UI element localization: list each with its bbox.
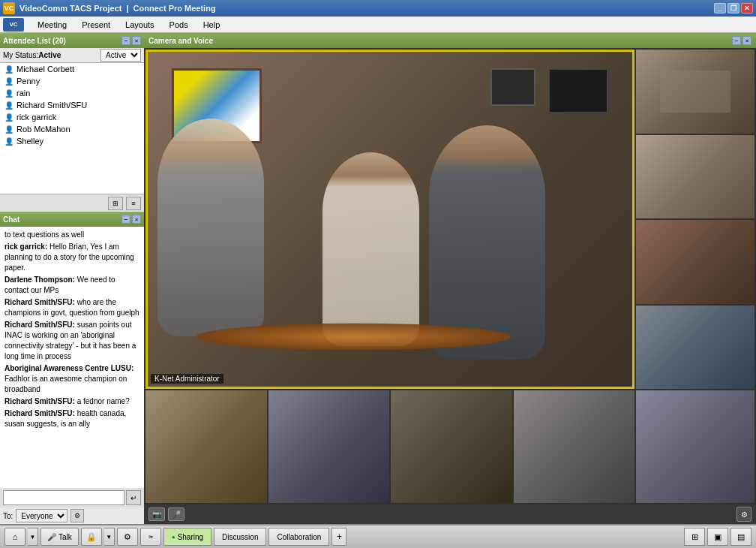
bottom-thumbnail-3[interactable] — [391, 390, 512, 503]
list-item[interactable]: 👤 Michael Corbett — [0, 63, 144, 75]
chat-messages: to text questions as well rick garrick: … — [0, 227, 144, 488]
main-video-label: K-Net Administrator — [151, 374, 224, 384]
title-bar: VC VideoComm TACS Project | Connect Pro … — [0, 0, 756, 17]
bottom-thumbnail-4[interactable] — [514, 390, 635, 503]
chat-panel: Chat − × to text questions as well rick … — [0, 212, 144, 524]
menu-layouts[interactable]: Layouts — [119, 19, 160, 31]
tab-sharing[interactable]: ● Sharing — [164, 528, 212, 546]
camera-button[interactable]: 📷 — [148, 507, 165, 521]
left-panel: Attendee List (20) − × My Status:Active … — [0, 33, 144, 524]
attendee-panel-title: Attendee List (20) — [3, 37, 66, 45]
list-item[interactable]: 👤 rain — [0, 87, 144, 99]
chat-input[interactable] — [3, 490, 124, 505]
user-icon: 👤 — [4, 137, 14, 146]
menu-bar: VC Meeting Present Layouts Pods Help — [0, 17, 756, 33]
video-panel-title: Camera and Voice — [148, 37, 213, 45]
chat-minimize-button[interactable]: − — [122, 215, 130, 224]
status-dropdown[interactable]: Active — [100, 49, 141, 62]
window-title: Connect Pro Meeting — [134, 4, 216, 13]
chat-message: rick garrick: Hello Brian, Yes I am plan… — [4, 242, 140, 273]
thumb-scene — [636, 306, 754, 390]
video-close-button[interactable]: × — [742, 36, 752, 45]
bottom-thumbnail-2[interactable] — [268, 390, 390, 503]
minimize-button[interactable]: _ — [714, 3, 726, 14]
thumbnail-video-3[interactable] — [636, 220, 754, 304]
to-label: To: — [3, 512, 13, 520]
menu-help[interactable]: Help — [197, 19, 226, 31]
chat-to-dropdown[interactable]: Everyone — [16, 509, 68, 522]
talk-label: Talk — [58, 533, 72, 541]
home-dropdown-button[interactable]: ▼ — [28, 528, 38, 546]
layout-1-button[interactable]: ▣ — [707, 528, 728, 546]
video-grid: K-Net Administrator — [144, 48, 756, 504]
attendee-minimize-button[interactable]: − — [122, 36, 130, 45]
list-item[interactable]: 👤 Rob McMahon — [0, 123, 144, 135]
tab-collaboration[interactable]: Collaboration — [268, 528, 329, 546]
toolbar-settings-button[interactable]: ⚙ — [117, 528, 138, 546]
chat-close-button[interactable]: × — [132, 215, 141, 224]
video-panel: Camera and Voice − × — [144, 33, 756, 524]
chat-settings-button[interactable]: ⚙ — [70, 509, 84, 522]
attendee-list-view-button[interactable]: ≡ — [126, 197, 141, 210]
right-thumbnails — [636, 50, 754, 389]
tab-discussion[interactable]: Discussion — [214, 528, 266, 546]
chat-send-button[interactable]: ↵ — [126, 490, 141, 505]
app-logo-icon: VC — [3, 2, 15, 14]
talk-button[interactable]: 🎤 Talk — [40, 528, 79, 546]
chat-message: Darlene Thompson: We need to contact our… — [4, 275, 140, 296]
list-item[interactable]: 👤 Richard Smith/SFU — [0, 99, 144, 111]
attendee-close-button[interactable]: × — [132, 36, 141, 45]
status-label: My Status:Active — [3, 51, 61, 59]
table-decoration — [196, 323, 512, 350]
thumbnail-video-1[interactable] — [636, 50, 754, 134]
app-title: VideoComm TACS Project — [20, 4, 122, 13]
thumbnail-video-2[interactable] — [636, 135, 754, 219]
video-panel-controls: − × — [732, 36, 752, 45]
chat-panel-controls: − × — [122, 215, 141, 224]
status-bar: My Status:Active Active — [0, 48, 144, 63]
lock-button[interactable]: 🔒 — [81, 528, 102, 546]
thumb-scene — [636, 220, 754, 304]
microphone-button[interactable]: 🎤 — [168, 507, 184, 521]
chat-panel-header: Chat − × — [0, 212, 144, 227]
menu-pods[interactable]: Pods — [164, 19, 194, 31]
home-button[interactable]: ⌂ — [4, 528, 26, 546]
list-item[interactable]: 👤 Penny — [0, 75, 144, 87]
menu-logo-icon: VC — [3, 18, 24, 32]
menu-present[interactable]: Present — [76, 19, 116, 31]
chat-to-row: To: Everyone ⚙ — [0, 507, 144, 524]
attendee-list: 👤 Michael Corbett 👤 Penny 👤 rain 👤 Richa… — [0, 63, 144, 194]
video-footer: 📷 🎤 ⚙ — [144, 504, 756, 524]
add-tab-button[interactable]: + — [332, 528, 346, 546]
thumb-scene — [636, 135, 754, 219]
toolbar-left: ⌂ ▼ 🎤 Talk 🔒 ▼ ⚙ ≈ ● Sharing Discussion … — [4, 528, 346, 546]
video-panel-header: Camera and Voice − × — [144, 33, 756, 48]
toolbar-extra-button[interactable]: ≈ — [140, 528, 161, 546]
lock-dropdown-button[interactable]: ▼ — [104, 528, 115, 546]
menu-meeting[interactable]: Meeting — [32, 19, 73, 31]
attendee-grid-view-button[interactable]: ⊞ — [108, 197, 123, 210]
restore-button[interactable]: ❐ — [728, 3, 740, 14]
bottom-thumbnail-1[interactable] — [146, 390, 267, 503]
thumbnail-video-4[interactable] — [636, 306, 754, 390]
bottom-right-thumbnail[interactable] — [636, 390, 754, 503]
chat-panel-title: Chat — [3, 215, 20, 224]
monitor2-decoration — [490, 68, 536, 106]
bottom-thumbnails — [146, 390, 634, 503]
video-settings-button[interactable]: ⚙ — [736, 507, 752, 522]
main-video-feed: K-Net Administrator — [146, 50, 634, 389]
list-item[interactable]: 👤 Shelley — [0, 135, 144, 147]
title-bar-left: VC VideoComm TACS Project | Connect Pro … — [3, 2, 216, 14]
layout-grid-button[interactable]: ⊞ — [684, 528, 705, 546]
toolbar-right: ⊞ ▣ ▤ — [684, 528, 752, 546]
user-icon: 👤 — [4, 77, 14, 86]
chat-message: Richard Smith/SFU: health canada, susan … — [4, 408, 140, 429]
close-button[interactable]: ✕ — [741, 3, 753, 14]
main-content: Attendee List (20) − × My Status:Active … — [0, 33, 756, 524]
user-icon: 👤 — [4, 125, 14, 134]
layout-2-button[interactable]: ▤ — [730, 528, 752, 546]
chat-message: Richard Smith/SFU: susan points out INAC… — [4, 320, 140, 362]
list-item[interactable]: 👤 rick garrick — [0, 111, 144, 123]
discussion-label: Discussion — [222, 533, 258, 541]
video-minimize-button[interactable]: − — [732, 36, 741, 45]
